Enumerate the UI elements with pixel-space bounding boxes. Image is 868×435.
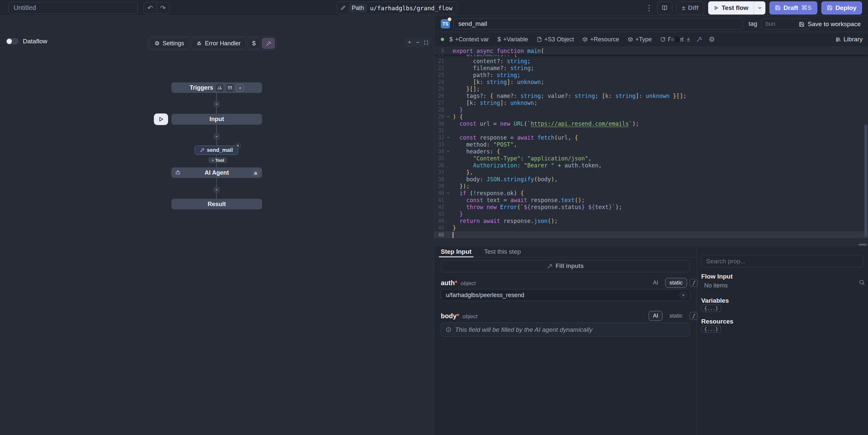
webhook-trigger-icon[interactable] — [216, 84, 223, 92]
node-result[interactable]: Result — [172, 199, 262, 209]
insert-step-button[interactable]: + — [214, 187, 219, 192]
code-line[interactable]: 31 — [434, 127, 868, 134]
fold-chevron-icon[interactable] — [444, 136, 452, 139]
add-trigger-button[interactable]: + — [236, 84, 244, 92]
more-menu-button[interactable]: ⋮ — [645, 3, 653, 12]
docs-button[interactable] — [657, 1, 673, 14]
code-line[interactable]: 45} — [434, 224, 868, 231]
flow-canvas[interactable]: Dataflow ⚙ Settings Error Handler $ — [0, 16, 434, 435]
deploy-button[interactable]: Deploy — [822, 1, 862, 14]
node-triggers[interactable]: Triggers + — [172, 82, 262, 93]
test-flow-button[interactable]: Test flow — [708, 1, 766, 14]
flow-name-input[interactable] — [9, 2, 138, 14]
redo-button[interactable]: ↷ — [157, 2, 169, 13]
code-line[interactable]: 41 const text = await response.text(); — [434, 196, 868, 204]
draft-button[interactable]: Draft ⌘S — [769, 1, 817, 14]
zoom-in-button[interactable]: + — [405, 38, 414, 46]
play-icon — [713, 5, 719, 10]
toolbar-resource[interactable]: +Resource — [582, 36, 619, 43]
fold-chevron-icon[interactable] — [444, 115, 452, 118]
code-line[interactable]: 33 method: "POST", — [434, 141, 868, 148]
code-line[interactable]: 30 const url = new URL(`https://api.rese… — [434, 120, 868, 127]
diff-button[interactable]: ± Diff — [676, 1, 704, 14]
ai-wand-button[interactable] — [262, 38, 275, 49]
code-line[interactable]: 37 }, — [434, 169, 868, 176]
code-line[interactable]: 22 filename?: string; — [434, 64, 868, 71]
code-line[interactable]: 40 if (!response.ok) { — [434, 190, 868, 196]
sticky-scope-line[interactable]: 8export async function main( — [434, 47, 868, 55]
toolbar-s3-object[interactable]: +S3 Object — [537, 36, 574, 43]
tab-step-input[interactable]: Step Input — [441, 246, 471, 257]
fold-chevron-icon[interactable] — [444, 150, 452, 153]
flow-path-chip[interactable]: Path u/farhadglbs/grand_flow — [337, 2, 457, 14]
code-line[interactable]: 39 }); — [434, 183, 868, 190]
code-line[interactable]: 43 } — [434, 210, 868, 217]
node-send-mail[interactable]: send_mail ✕ — [194, 146, 238, 155]
ai-assistant-wand-button[interactable] — [696, 36, 702, 42]
insert-step-button[interactable]: + — [214, 134, 219, 139]
save-to-workspace-button[interactable]: Save to workspace — [799, 19, 861, 29]
line-number: 23 — [434, 72, 444, 78]
fill-inputs-button[interactable]: Fill inputs — [441, 260, 690, 272]
agent-assignment-badge[interactable]: a — [252, 169, 259, 176]
editor-settings-button[interactable]: ⚙ — [709, 35, 715, 43]
line-number: 25 — [434, 86, 444, 92]
code-line[interactable]: 38 body: JSON.stringify(body), — [434, 176, 868, 183]
auth-clear-button[interactable]: ✕ — [680, 291, 687, 299]
prop-search-input[interactable] — [701, 255, 863, 267]
dataflow-toggle[interactable] — [6, 38, 19, 45]
code-editor[interactable]: 20 attachments?: {21 content?: string;22… — [434, 47, 868, 246]
test-flow-dropdown-button[interactable] — [754, 6, 766, 10]
search-icon[interactable] — [859, 279, 865, 285]
run-flow-button[interactable] — [154, 114, 168, 125]
library-button[interactable]: Library — [835, 36, 863, 43]
error-handler-button[interactable]: Error Handler — [191, 38, 246, 49]
node-ai-agent[interactable]: AI Agent a — [172, 167, 262, 178]
body-mode-ai-button[interactable]: AI — [649, 311, 662, 321]
insert-step-button[interactable]: + — [214, 101, 219, 107]
settings-button[interactable]: ⚙ Settings — [149, 38, 189, 49]
code-line[interactable]: 35 "Content-Type": "application/json", — [434, 155, 868, 162]
toolbar-type[interactable]: +Type — [628, 36, 652, 43]
code-line[interactable]: 28 } — [434, 106, 868, 113]
code-line[interactable]: 27 [k: string]: unknown; — [434, 99, 868, 106]
auth-mode-static-button[interactable]: static — [665, 278, 687, 288]
code-link[interactable]: https://api.resend.com/emails — [531, 120, 629, 127]
dollar-button[interactable]: $ — [248, 38, 260, 49]
email-trigger-icon[interactable] — [226, 84, 234, 92]
remove-tool-button[interactable]: ✕ — [235, 143, 241, 149]
plus-minus-button[interactable]: ± — [687, 36, 690, 43]
code-line[interactable]: 26 tags?: { name?: string; value?: strin… — [434, 92, 868, 99]
add-tool-button[interactable]: + Tool — [209, 157, 227, 163]
code-line[interactable]: 34 headers: { — [434, 148, 868, 155]
resources-object-pill[interactable]: {...} — [701, 325, 721, 333]
code-line[interactable]: 25 }[]; — [434, 85, 868, 92]
toolbar-context-var[interactable]: $+Context var — [450, 36, 489, 43]
auth-mode-ai-button[interactable]: AI — [649, 278, 662, 288]
auth-value-wrap: ✕ — [441, 289, 690, 301]
tab-test-this-step[interactable]: Test this step — [484, 246, 521, 257]
editor-horizontal-scrollbar[interactable] — [859, 244, 867, 245]
node-input[interactable]: Input — [172, 114, 262, 125]
code-line[interactable]: 21 content?: string; — [434, 58, 868, 64]
variables-object-pill[interactable]: {...} — [701, 305, 721, 312]
code-line[interactable]: 44 return await response.json(); — [434, 217, 868, 224]
code-line[interactable]: 46 — [434, 231, 868, 238]
editor-vertical-scrollbar[interactable] — [864, 125, 867, 237]
auth-value-input[interactable] — [441, 289, 690, 301]
code-line[interactable]: 42 throw new Error(`${response.status} $… — [434, 204, 868, 210]
fit-view-button[interactable] — [422, 38, 430, 46]
step-name-input[interactable] — [453, 18, 743, 29]
editor-mini-toggle[interactable] — [670, 37, 680, 42]
line-number: 22 — [434, 65, 444, 71]
code-line[interactable]: 24 [k: string]: unknown; — [434, 79, 868, 85]
code-line[interactable]: 29) { — [434, 113, 868, 120]
toolbar-variable[interactable]: $+Variable — [498, 36, 528, 43]
zoom-out-button[interactable]: − — [414, 38, 422, 46]
code-line[interactable]: 23 path?: string; — [434, 71, 868, 79]
undo-button[interactable]: ↶ — [144, 2, 157, 13]
code-line[interactable]: 32 const response = await fetch(url, { — [434, 134, 868, 141]
fold-chevron-icon[interactable] — [444, 191, 452, 195]
body-mode-static-button[interactable]: static — [665, 311, 687, 321]
code-line[interactable]: 36 Authorization: "Bearer " + auth.token… — [434, 162, 868, 169]
